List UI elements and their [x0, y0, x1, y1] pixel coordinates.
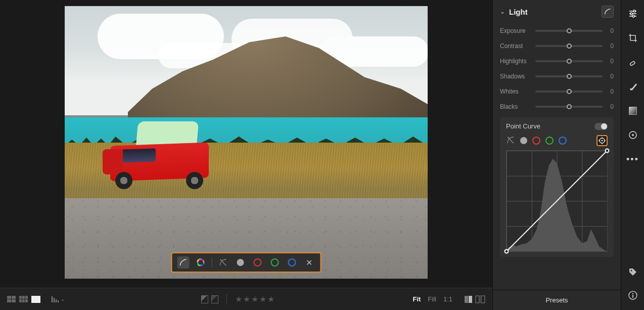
- grid-small-view-button[interactable]: [19, 296, 28, 303]
- flag-pick-button[interactable]: [201, 295, 208, 303]
- blue-channel-button[interactable]: [286, 256, 298, 269]
- edit-panel: ⌄ Light Exposure 0 Contrast 0 Highlights…: [492, 0, 621, 310]
- tool-rail: •••: [621, 0, 644, 310]
- hue-mode-button[interactable]: [195, 256, 207, 269]
- curve-target-overlay: ✕: [171, 252, 321, 273]
- target-adjustment-button[interactable]: [596, 135, 608, 146]
- close-overlay-button[interactable]: ✕: [303, 256, 315, 269]
- before-after-button[interactable]: [465, 296, 472, 303]
- highlights-slider[interactable]: [535, 60, 603, 62]
- svg-point-12: [633, 10, 635, 12]
- sort-button[interactable]: ⌄: [52, 296, 65, 302]
- point-curve-toggle[interactable]: [594, 123, 608, 130]
- highlights-slider-row: Highlights 0: [500, 54, 614, 69]
- tone-curve-mode-button[interactable]: [177, 256, 190, 269]
- svg-rect-1: [481, 296, 485, 303]
- svg-point-14: [630, 13, 632, 15]
- photo: ✕: [65, 6, 428, 279]
- green-channel-button[interactable]: [269, 256, 281, 269]
- blue-channel-button[interactable]: [559, 137, 567, 145]
- svg-point-4: [602, 140, 603, 142]
- point-curve-title: Point Curve: [506, 122, 540, 130]
- whites-slider[interactable]: [535, 91, 603, 93]
- edit-sliders-icon[interactable]: [627, 8, 638, 19]
- parametric-channel-button[interactable]: [506, 136, 515, 146]
- whites-slider-row: Whites 0: [500, 84, 614, 99]
- svg-rect-17: [629, 61, 635, 66]
- footer-bar: ⌄ ★★★★★ Fit Fill 1:1: [0, 288, 492, 310]
- shadows-slider[interactable]: [535, 75, 603, 77]
- green-channel-button[interactable]: [545, 137, 554, 145]
- contrast-slider-row: Contrast 0: [500, 38, 614, 54]
- luminance-channel-button[interactable]: [520, 137, 527, 144]
- svg-line-10: [507, 151, 607, 251]
- light-section-title: Light: [509, 8, 528, 16]
- svg-point-16: [632, 15, 634, 17]
- zoom-1to1-button[interactable]: 1:1: [441, 294, 454, 304]
- linear-gradient-icon[interactable]: [627, 105, 638, 116]
- flag-reject-button[interactable]: [211, 295, 218, 303]
- parametric-channel-button[interactable]: [217, 256, 229, 269]
- presets-button[interactable]: Presets: [493, 290, 621, 310]
- brush-icon[interactable]: [627, 81, 638, 92]
- svg-rect-19: [629, 107, 636, 114]
- svg-point-22: [630, 270, 632, 272]
- healing-brush-icon[interactable]: [627, 57, 638, 68]
- compare-view-button[interactable]: [475, 295, 485, 303]
- red-channel-button[interactable]: [532, 137, 540, 145]
- image-canvas[interactable]: ✕: [0, 0, 492, 288]
- blacks-slider-row: Blacks 0: [500, 99, 614, 114]
- svg-rect-25: [632, 295, 633, 298]
- star-rating[interactable]: ★★★★★: [235, 294, 274, 304]
- shadows-slider-row: Shadows 0: [500, 69, 614, 84]
- single-view-button[interactable]: [31, 296, 40, 303]
- svg-point-24: [632, 293, 633, 294]
- tag-icon[interactable]: [627, 267, 638, 278]
- radial-gradient-icon[interactable]: [627, 129, 638, 141]
- zoom-fit-button[interactable]: Fit: [410, 294, 423, 304]
- tone-curve-editor[interactable]: [506, 150, 608, 252]
- info-icon[interactable]: [627, 290, 638, 301]
- exposure-slider-row: Exposure 0: [500, 23, 614, 38]
- zoom-fill-button[interactable]: Fill: [426, 294, 438, 304]
- more-tools-icon[interactable]: •••: [627, 154, 638, 165]
- view-mode-group: [7, 296, 40, 303]
- grid-large-view-button[interactable]: [7, 296, 16, 303]
- exposure-slider[interactable]: [535, 30, 603, 32]
- luminance-channel-button[interactable]: [235, 256, 247, 269]
- svg-rect-0: [476, 296, 479, 303]
- light-section-header[interactable]: ⌄ Light: [500, 0, 614, 23]
- contrast-slider[interactable]: [535, 45, 603, 47]
- svg-point-21: [632, 134, 634, 136]
- crop-icon[interactable]: [627, 32, 638, 43]
- tone-curve-toggle-button[interactable]: [602, 6, 614, 18]
- blacks-slider[interactable]: [535, 106, 603, 108]
- red-channel-button[interactable]: [252, 256, 264, 269]
